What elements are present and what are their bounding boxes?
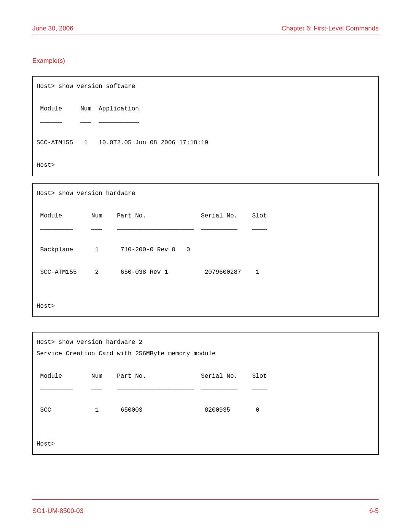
terminal-box-hardware-2: Host> show version hardware 2 Service Cr… [32,332,379,455]
page-footer: SG1-UM-8500-03 6-5 [32,499,379,515]
section-title-examples: Example(s) [32,57,379,65]
terminal-box-hardware: Host> show version hardware Module Num P… [32,183,379,317]
terminal-box-software: Host> show version software Module Num A… [32,76,379,176]
footer-page-num: 6-5 [369,507,379,515]
page-header: June 30, 2006 Chapter 6: First-Level Com… [32,25,379,35]
header-date: June 30, 2006 [32,25,73,32]
footer-doc-id: SG1-UM-8500-03 [32,507,83,515]
header-chapter: Chapter 6: First-Level Commands [282,25,379,32]
document-page: June 30, 2006 Chapter 6: First-Level Com… [0,0,411,532]
